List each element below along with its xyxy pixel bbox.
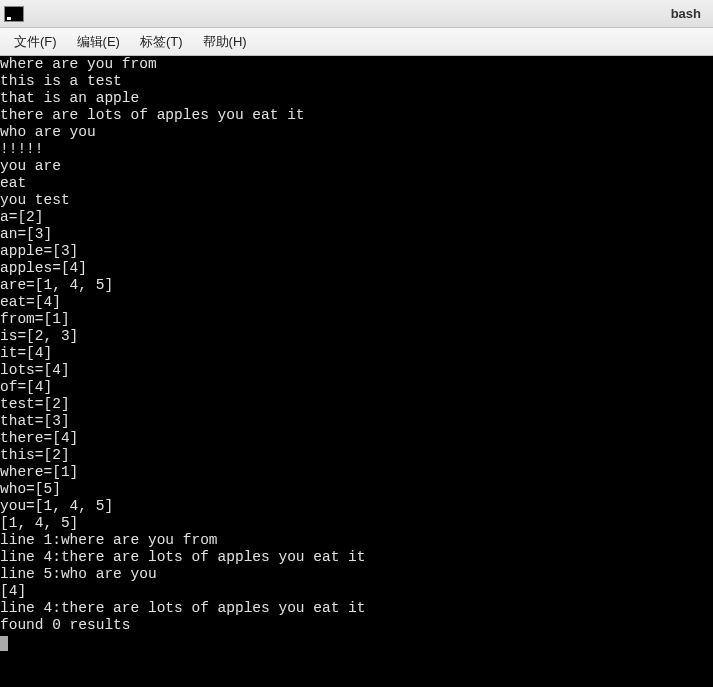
terminal-line: test=[2] (0, 396, 713, 413)
terminal-line: of=[4] (0, 379, 713, 396)
menubar: 文件(F) 编辑(E) 标签(T) 帮助(H) (0, 28, 713, 56)
terminal-line: there=[4] (0, 430, 713, 447)
terminal-line: apple=[3] (0, 243, 713, 260)
terminal-line: it=[4] (0, 345, 713, 362)
terminal-icon (4, 6, 24, 22)
terminal-line: there are lots of apples you eat it (0, 107, 713, 124)
terminal-line: who are you (0, 124, 713, 141)
terminal-line: eat=[4] (0, 294, 713, 311)
terminal-line: eat (0, 175, 713, 192)
terminal-line: who=[5] (0, 481, 713, 498)
terminal-line: where=[1] (0, 464, 713, 481)
terminal-line: that=[3] (0, 413, 713, 430)
terminal-line: is=[2, 3] (0, 328, 713, 345)
terminal-line: [4] (0, 583, 713, 600)
cursor-line (0, 634, 713, 651)
terminal-line: an=[3] (0, 226, 713, 243)
terminal-line: you test (0, 192, 713, 209)
terminal-line: where are you from (0, 56, 713, 73)
terminal-line: line 4:there are lots of apples you eat … (0, 549, 713, 566)
terminal-line: line 5:who are you (0, 566, 713, 583)
terminal-line: this=[2] (0, 447, 713, 464)
terminal-line: [1, 4, 5] (0, 515, 713, 532)
terminal-line: you are (0, 158, 713, 175)
terminal-line: that is an apple (0, 90, 713, 107)
terminal-line: this is a test (0, 73, 713, 90)
terminal-line: line 1:where are you from (0, 532, 713, 549)
terminal-line: you=[1, 4, 5] (0, 498, 713, 515)
menu-edit[interactable]: 编辑(E) (67, 29, 130, 55)
window-title: bash (671, 6, 709, 21)
terminal-line: are=[1, 4, 5] (0, 277, 713, 294)
terminal-line: lots=[4] (0, 362, 713, 379)
titlebar-left (4, 6, 30, 22)
cursor (0, 636, 8, 651)
terminal-line: a=[2] (0, 209, 713, 226)
terminal-output[interactable]: where are you fromthis is a testthat is … (0, 56, 713, 687)
terminal-line: found 0 results (0, 617, 713, 634)
terminal-line: apples=[4] (0, 260, 713, 277)
menu-file[interactable]: 文件(F) (4, 29, 67, 55)
terminal-line: line 4:there are lots of apples you eat … (0, 600, 713, 617)
titlebar: bash (0, 0, 713, 28)
menu-tabs[interactable]: 标签(T) (130, 29, 193, 55)
menu-help[interactable]: 帮助(H) (193, 29, 257, 55)
terminal-line: !!!!! (0, 141, 713, 158)
terminal-line: from=[1] (0, 311, 713, 328)
